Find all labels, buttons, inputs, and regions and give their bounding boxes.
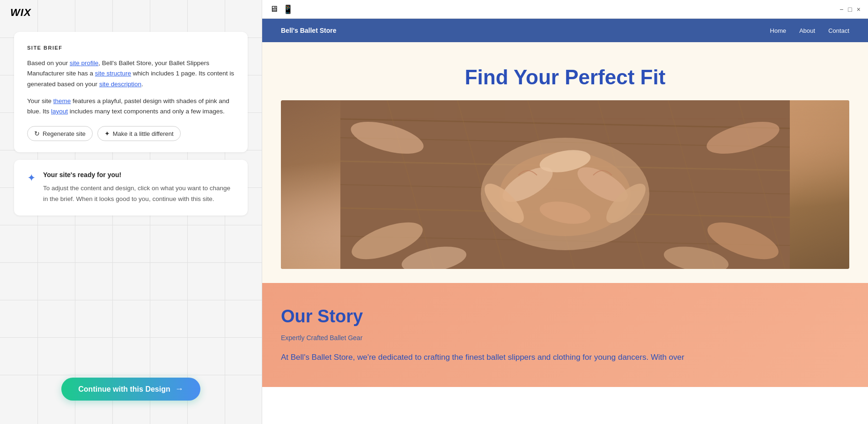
theme-link[interactable]: theme [53, 97, 71, 104]
paragraph1-prefix: Based on your [27, 60, 70, 67]
site-brief-paragraph2: Your site theme features a playful, past… [27, 96, 235, 117]
site-brief-title: SITE BRIEF [27, 45, 235, 51]
make-different-label: Make it a little different [113, 130, 174, 137]
ballet-image [281, 100, 849, 269]
browser-window-controls: − □ × [839, 6, 861, 13]
regenerate-icon: ↻ [34, 130, 40, 137]
nav-links: Home About Contact [770, 27, 849, 34]
wix-logo: WIX [10, 7, 31, 19]
regenerate-site-button[interactable]: ↻ Regenerate site [27, 126, 93, 141]
ready-title: Your site's ready for you! [43, 171, 235, 179]
restore-button[interactable]: □ [848, 6, 852, 13]
close-button[interactable]: × [857, 6, 861, 13]
hero-section: Find Your Perfect Fit [262, 42, 868, 283]
continue-btn-label: Continue with this Design [78, 385, 170, 394]
continue-design-button[interactable]: Continue with this Design → [61, 378, 200, 401]
website-preview: Bell's Ballet Store Home About Contact F… [262, 19, 868, 424]
site-brief-paragraph1: Based on your site profile, Bell's Balle… [27, 58, 235, 89]
ready-content: Your site's ready for you! To adjust the… [43, 171, 235, 204]
site-structure-link[interactable]: site structure [95, 70, 131, 77]
ballet-shoes-svg [281, 100, 849, 269]
site-navigation: Bell's Ballet Store Home About Contact [262, 19, 868, 42]
paragraph2-suffix: includes many text components and only a… [68, 108, 225, 115]
ready-text: To adjust the content and design, click … [43, 183, 235, 204]
left-panel: WIX SITE BRIEF Based on your site profil… [0, 0, 262, 424]
continue-button-wrapper: Continue with this Design → [0, 378, 262, 401]
browser-chrome: 🖥 📱 − □ × [262, 0, 868, 19]
wand-icon: ✦ [104, 130, 110, 137]
site-logo: Bell's Ballet Store [281, 27, 336, 34]
site-brief-card: SITE BRIEF Based on your site profile, B… [14, 32, 248, 152]
site-profile-link[interactable]: site profile [70, 60, 99, 67]
right-panel: 🖥 📱 − □ × Bell's Ballet Store Home About… [262, 0, 868, 424]
paragraph2-prefix: Your site [27, 97, 53, 104]
story-title: Our Story [281, 306, 849, 327]
mobile-view-icon[interactable]: 📱 [283, 4, 293, 15]
sparkle-icon: ✦ [27, 172, 36, 184]
site-description-link[interactable]: site description [99, 81, 141, 88]
arrow-right-icon: → [175, 384, 184, 394]
ready-card: ✦ Your site's ready for you! To adjust t… [14, 160, 248, 216]
layout-link[interactable]: layout [51, 108, 68, 115]
desktop-view-icon[interactable]: 🖥 [270, 4, 278, 14]
story-text: At Bell's Ballet Store, we're dedicated … [281, 351, 849, 364]
hero-image [281, 100, 849, 269]
make-different-button[interactable]: ✦ Make it a little different [97, 126, 181, 141]
minimize-button[interactable]: − [839, 6, 843, 13]
nav-contact[interactable]: Contact [828, 27, 849, 34]
nav-about[interactable]: About [799, 27, 815, 34]
nav-home[interactable]: Home [770, 27, 787, 34]
regenerate-label: Regenerate site [43, 130, 86, 137]
hero-title: Find Your Perfect Fit [281, 66, 849, 89]
story-section: Our Story Expertly Crafted Ballet Gear A… [262, 283, 868, 387]
story-subtitle: Expertly Crafted Ballet Gear [281, 334, 849, 342]
view-icons: 🖥 📱 [270, 4, 293, 15]
brief-actions: ↻ Regenerate site ✦ Make it a little dif… [27, 126, 235, 141]
